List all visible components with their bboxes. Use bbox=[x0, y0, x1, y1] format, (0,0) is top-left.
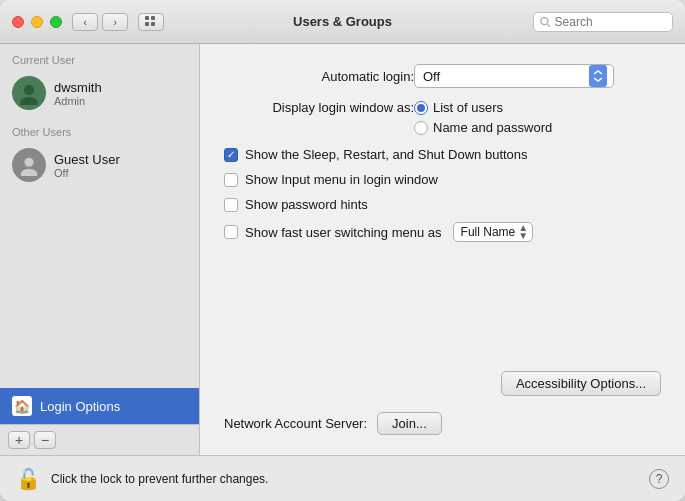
svg-rect-3 bbox=[151, 22, 155, 26]
nav-buttons: ‹ › bbox=[72, 13, 128, 31]
display-login-label: Display login window as: bbox=[224, 100, 414, 115]
checkbox-input-menu[interactable] bbox=[224, 173, 238, 187]
checkbox-password-hints[interactable] bbox=[224, 198, 238, 212]
radio-name-password-btn[interactable] bbox=[414, 121, 428, 135]
sidebar: Current User dwsmith Admin Other Users bbox=[0, 44, 200, 455]
radio-list-users-label: List of users bbox=[433, 100, 503, 115]
current-user-role: Admin bbox=[54, 95, 102, 107]
bottom-bar: 🔓 Click the lock to prevent further chan… bbox=[0, 455, 685, 501]
checkbox-fast-switching-label: Show fast user switching menu as bbox=[245, 225, 442, 240]
add-user-button[interactable]: + bbox=[8, 431, 30, 449]
fast-switching-value: Full Name bbox=[461, 225, 516, 239]
radio-name-password[interactable]: Name and password bbox=[414, 120, 552, 135]
display-options: List of users Name and password bbox=[414, 100, 552, 135]
checkbox-password-hints-label: Show password hints bbox=[245, 197, 368, 212]
display-login-row: Display login window as: List of users N… bbox=[224, 100, 661, 135]
window-title: Users & Groups bbox=[293, 14, 392, 29]
current-user-name: dwsmith bbox=[54, 80, 102, 95]
checkbox-sleep-row[interactable]: ✓ Show the Sleep, Restart, and Shut Down… bbox=[224, 147, 661, 162]
network-row: Network Account Server: Join... bbox=[224, 412, 661, 435]
dropdown-arrow-icon bbox=[589, 65, 607, 87]
radio-list-of-users[interactable]: List of users bbox=[414, 100, 552, 115]
svg-rect-1 bbox=[151, 16, 155, 20]
svg-point-4 bbox=[541, 17, 548, 24]
checkbox-fast-switching-row[interactable]: Show fast user switching menu as Full Na… bbox=[224, 222, 661, 242]
content: Current User dwsmith Admin Other Users bbox=[0, 44, 685, 455]
back-button[interactable]: ‹ bbox=[72, 13, 98, 31]
svg-rect-0 bbox=[145, 16, 149, 20]
radio-list-users-btn[interactable] bbox=[414, 101, 428, 115]
remove-user-button[interactable]: − bbox=[34, 431, 56, 449]
radio-name-password-label: Name and password bbox=[433, 120, 552, 135]
current-user-info: dwsmith Admin bbox=[54, 80, 102, 107]
window: ‹ › Users & Groups Current User bbox=[0, 0, 685, 501]
current-user-label: Current User bbox=[0, 44, 199, 70]
svg-point-7 bbox=[20, 97, 38, 105]
main-panel: Automatic login: Off Display login windo… bbox=[200, 44, 685, 455]
search-bar[interactable] bbox=[533, 12, 673, 32]
svg-point-9 bbox=[21, 169, 38, 176]
traffic-lights bbox=[12, 16, 62, 28]
sidebar-bottom-bar: + − bbox=[0, 424, 199, 455]
svg-point-6 bbox=[24, 85, 34, 95]
grid-button[interactable] bbox=[138, 13, 164, 31]
other-users-label: Other Users bbox=[0, 116, 199, 142]
checkbox-sleep-label: Show the Sleep, Restart, and Shut Down b… bbox=[245, 147, 528, 162]
automatic-login-label: Automatic login: bbox=[224, 69, 414, 84]
guest-user-name: Guest User bbox=[54, 152, 120, 167]
minimize-button[interactable] bbox=[31, 16, 43, 28]
check-icon: ✓ bbox=[227, 150, 235, 160]
sidebar-spacer bbox=[0, 188, 199, 388]
avatar bbox=[12, 76, 46, 110]
spacer bbox=[224, 252, 661, 371]
guest-user-item[interactable]: Guest User Off bbox=[0, 142, 199, 188]
accessibility-options-button[interactable]: Accessibility Options... bbox=[501, 371, 661, 396]
svg-rect-2 bbox=[145, 22, 149, 26]
svg-line-5 bbox=[548, 24, 550, 26]
checkbox-password-hints-row[interactable]: Show password hints bbox=[224, 197, 661, 212]
guest-user-status: Off bbox=[54, 167, 120, 179]
maximize-button[interactable] bbox=[50, 16, 62, 28]
login-options-button[interactable]: 🏠 Login Options bbox=[0, 388, 199, 424]
user-avatar-icon bbox=[17, 81, 41, 105]
checkbox-input-menu-row[interactable]: Show Input menu in login window bbox=[224, 172, 661, 187]
lock-text: Click the lock to prevent further change… bbox=[51, 472, 639, 486]
login-options-icon: 🏠 bbox=[12, 396, 32, 416]
automatic-login-dropdown[interactable]: Off bbox=[414, 64, 614, 88]
svg-point-8 bbox=[24, 158, 33, 167]
automatic-login-row: Automatic login: Off bbox=[224, 64, 661, 88]
guest-avatar-icon bbox=[18, 154, 40, 176]
guest-avatar bbox=[12, 148, 46, 182]
inline-dropdown-arrows: ▲ ▼ bbox=[518, 224, 528, 240]
radio-inner bbox=[417, 104, 425, 112]
close-button[interactable] bbox=[12, 16, 24, 28]
search-icon bbox=[540, 16, 551, 28]
help-button[interactable]: ? bbox=[649, 469, 669, 489]
search-input[interactable] bbox=[555, 15, 666, 29]
network-label: Network Account Server: bbox=[224, 416, 367, 431]
checkbox-input-menu-label: Show Input menu in login window bbox=[245, 172, 438, 187]
join-button[interactable]: Join... bbox=[377, 412, 442, 435]
current-user-item[interactable]: dwsmith Admin bbox=[0, 70, 199, 116]
forward-button[interactable]: › bbox=[102, 13, 128, 31]
lock-icon[interactable]: 🔓 bbox=[16, 467, 41, 491]
checkbox-sleep[interactable]: ✓ bbox=[224, 148, 238, 162]
accessibility-row: Accessibility Options... bbox=[224, 371, 661, 396]
checkbox-fast-switching[interactable] bbox=[224, 225, 238, 239]
login-options-label: Login Options bbox=[40, 399, 120, 414]
guest-user-info: Guest User Off bbox=[54, 152, 120, 179]
automatic-login-value: Off bbox=[423, 69, 589, 84]
titlebar: ‹ › Users & Groups bbox=[0, 0, 685, 44]
fast-switching-dropdown[interactable]: Full Name ▲ ▼ bbox=[453, 222, 534, 242]
